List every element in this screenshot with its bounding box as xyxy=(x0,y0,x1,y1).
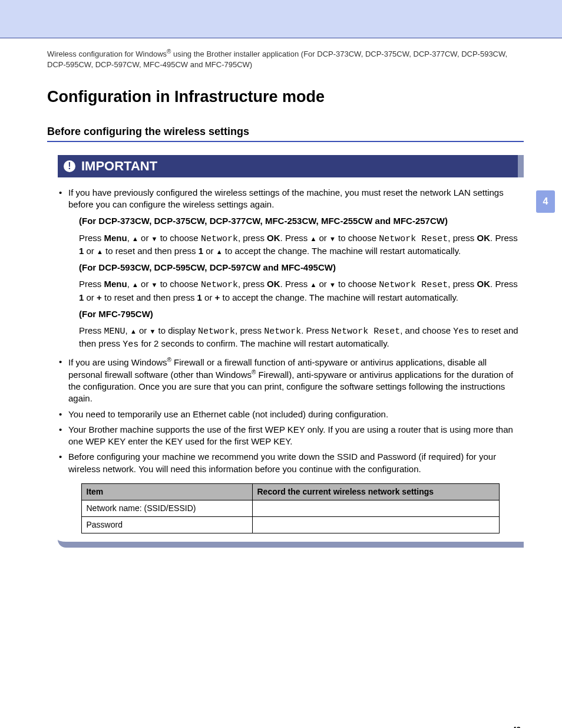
plus-key: + xyxy=(97,292,102,302)
table-cell-password-value xyxy=(252,516,499,533)
table-cell-ssid-label: Network name: (SSID/ESSID) xyxy=(81,500,252,516)
txt: to reset and then press xyxy=(102,292,197,302)
chapter-header-description: Wireless configuration for Windows® usin… xyxy=(47,48,524,70)
table-cell-password-label: Password xyxy=(81,516,252,533)
txt: or xyxy=(203,246,216,256)
ok-key: OK xyxy=(267,233,280,243)
network-option: Network xyxy=(264,327,301,337)
yes-option: Yes xyxy=(453,327,469,337)
down-arrow-icon: ▼ xyxy=(149,328,156,335)
txt: , xyxy=(127,233,132,243)
down-arrow-icon: ▼ xyxy=(329,281,336,288)
chapter-tab: 4 xyxy=(536,190,555,213)
one-key: 1 xyxy=(199,246,203,256)
page-title: Configuration in Infrastructure mode xyxy=(47,86,524,107)
list-item: If you have previously configured the wi… xyxy=(58,187,523,351)
bullet1-intro: If you have previously configured the wi… xyxy=(68,187,504,209)
registered-symbol: ® xyxy=(167,357,171,363)
table-header-record: Record the current wireless network sett… xyxy=(252,483,499,500)
txt: or xyxy=(138,279,151,289)
txt: to choose xyxy=(158,279,201,289)
models-line-3: (For MFC-795CW) xyxy=(79,308,523,320)
table-header-item: Item xyxy=(81,483,252,500)
list-item: If you are using Windows® Firewall or a … xyxy=(58,356,523,405)
down-arrow-icon: ▼ xyxy=(329,235,336,242)
menu-key: Menu xyxy=(104,279,127,289)
txt: Press xyxy=(79,279,104,289)
txt: . Press xyxy=(280,279,310,289)
txt: or xyxy=(84,246,97,256)
txt: or xyxy=(137,325,150,335)
txt: , xyxy=(125,325,130,335)
txt: , press xyxy=(235,325,264,335)
page-body: 4 Wireless configuration for Windows® us… xyxy=(0,38,562,728)
txt: or xyxy=(138,233,151,243)
network-reset-option: Network Reset xyxy=(379,280,448,290)
txt: Press xyxy=(79,233,104,243)
network-option: Network xyxy=(198,327,235,337)
txt: for 2 seconds to confirm. The machine wi… xyxy=(138,338,389,348)
txt: to choose xyxy=(158,233,201,243)
txt: to accept the change. The machine will r… xyxy=(223,246,461,256)
txt: or xyxy=(316,233,329,243)
important-header: IMPORTANT xyxy=(58,155,524,177)
up-arrow-icon: ▲ xyxy=(132,235,138,242)
network-settings-table: Item Record the current wireless network… xyxy=(81,483,500,533)
yes-option: Yes xyxy=(123,340,138,350)
network-option: Network xyxy=(201,280,238,290)
menu-key: MENU xyxy=(104,327,125,337)
txt: or xyxy=(202,292,215,302)
txt: , press xyxy=(448,233,477,243)
up-arrow-icon: ▲ xyxy=(97,248,103,255)
page-number: 49 xyxy=(47,724,524,728)
txt: . Press xyxy=(280,233,310,243)
txt: to choose xyxy=(336,279,379,289)
txt: , press xyxy=(238,233,267,243)
list-item: You need to temporarily use an Ethernet … xyxy=(58,409,523,420)
one-key: 1 xyxy=(197,292,202,302)
important-body: If you have previously configured the wi… xyxy=(58,177,524,548)
txt: , and choose xyxy=(400,325,453,335)
important-list: If you have previously configured the wi… xyxy=(58,187,523,475)
txt: , xyxy=(127,279,132,289)
important-callout: IMPORTANT If you have previously configu… xyxy=(58,155,524,547)
txt: Press xyxy=(79,325,104,335)
network-option: Network xyxy=(201,234,238,244)
menu-key: Menu xyxy=(104,233,127,243)
txt: to accept the change. The machine will r… xyxy=(220,292,458,302)
txt: to choose xyxy=(336,233,379,243)
up-arrow-icon: ▲ xyxy=(310,281,316,288)
models-line-2: (For DCP-593CW, DCP-595CW, DCP-597CW and… xyxy=(79,262,523,274)
ok-key: OK xyxy=(477,233,491,243)
bullet2a: If you are using Windows xyxy=(68,357,167,367)
important-label: IMPORTANT xyxy=(81,157,157,175)
network-reset-option: Network Reset xyxy=(331,327,400,337)
down-arrow-icon: ▼ xyxy=(151,281,158,288)
list-item: Before configuring your machine we recom… xyxy=(58,451,523,475)
ok-key: OK xyxy=(477,279,491,289)
table-row: Password xyxy=(81,516,499,533)
up-arrow-icon: ▲ xyxy=(130,328,137,335)
txt: Press xyxy=(495,279,517,289)
table-row: Network name: (SSID/ESSID) xyxy=(81,500,499,516)
up-arrow-icon: ▲ xyxy=(310,235,316,242)
txt: or xyxy=(316,279,329,289)
table-cell-ssid-value xyxy=(252,500,499,516)
network-reset-option: Network Reset xyxy=(379,234,448,244)
txt: to display xyxy=(156,325,198,335)
list-item: Your Brother machine supports the use of… xyxy=(58,424,523,448)
down-arrow-icon: ▼ xyxy=(151,235,158,242)
instruction-line-1: Press Menu, ▲ or ▼ to choose Network, pr… xyxy=(79,232,523,258)
up-arrow-icon: ▲ xyxy=(216,248,223,255)
txt: , press xyxy=(448,279,477,289)
txt: . Press xyxy=(301,325,331,335)
top-band xyxy=(0,0,562,38)
txt: , press xyxy=(238,279,267,289)
section-subheading: Before configuring the wireless settings xyxy=(47,124,524,142)
table-header-row: Item Record the current wireless network… xyxy=(81,483,499,500)
ok-key: OK xyxy=(267,279,280,289)
txt: Press xyxy=(495,233,517,243)
txt: to reset and then press xyxy=(103,246,199,256)
up-arrow-icon: ▲ xyxy=(132,281,138,288)
exclamation-icon xyxy=(64,160,75,172)
